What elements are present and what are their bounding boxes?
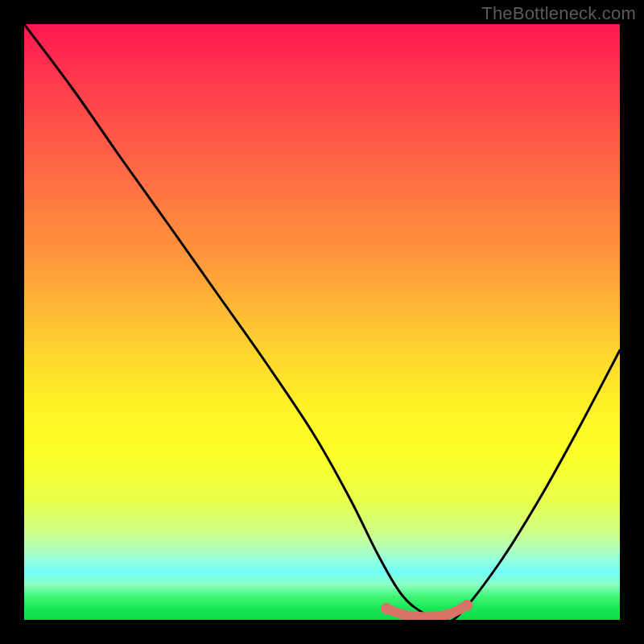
optimal-flat-region <box>386 605 467 617</box>
bottleneck-curve <box>24 24 620 620</box>
attribution-text: TheBottleneck.com <box>481 3 636 24</box>
curve-layer <box>24 24 620 620</box>
optimal-end-dot <box>461 600 473 611</box>
chart-frame: TheBottleneck.com <box>0 0 644 644</box>
optimal-start-dot <box>381 603 392 614</box>
plot-area <box>24 24 620 620</box>
